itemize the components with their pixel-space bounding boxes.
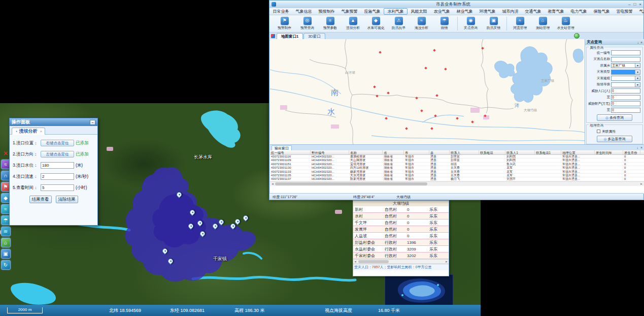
column-header[interactable]: 野外编号 (311, 150, 349, 154)
column-header[interactable]: 联系电话1 (535, 150, 561, 154)
column-header[interactable]: 统一编号 (270, 150, 311, 154)
close-tools-icon[interactable]: ✕ (3, 150, 8, 157)
toolbar-button[interactable]: ▣ 防汛灾情 (482, 17, 505, 30)
unified-no-input[interactable] (611, 50, 640, 55)
table-row[interactable]: 430723001151HCH04302320...宝塔湾滑坡 湖南省常德市澧县… (270, 163, 644, 166)
minimize-icon[interactable]: – (628, 2, 630, 7)
menu-item[interactable]: 预报制作 (315, 8, 338, 15)
vector-map[interactable]: 南 水 涔 大堰垱镇 王家厂镇 白洋湖 (270, 39, 585, 144)
overview-minimap[interactable] (385, 274, 453, 306)
breach-level-input[interactable]: 180 (41, 162, 74, 169)
close-icon[interactable]: × (640, 146, 642, 149)
menu-item[interactable]: 雷电预警 (613, 8, 636, 15)
menu-item[interactable]: 气象预警 (338, 8, 361, 15)
menu-item[interactable]: 电力气象 (567, 8, 590, 15)
breach-direction-button[interactable]: 左键点击定位 (41, 151, 74, 157)
home-tool-icon[interactable]: ⌂ (1, 238, 11, 247)
person-tool-icon[interactable]: ▣ (1, 249, 11, 259)
column-header[interactable]: 市 (404, 150, 429, 154)
village-row[interactable]: 千文坪 自然村 0 乐东 (353, 219, 449, 226)
tab-3d-window[interactable]: 3D窗口 (303, 33, 325, 39)
menu-item[interactable]: 应急气象 (361, 8, 384, 15)
maximize-icon[interactable]: □ (633, 2, 636, 7)
village-row[interactable]: 新村 自然村 0 乐东 (353, 206, 449, 213)
column-header[interactable]: 发生时间年 (595, 150, 623, 154)
globe-refresh-icon[interactable] (574, 33, 580, 39)
menu-item[interactable]: 环境气象 (476, 8, 499, 15)
village-row[interactable]: 永益村委会 行政村 3209 乐东 (353, 246, 449, 252)
menu-item[interactable]: 气象信息 (292, 8, 315, 15)
column-header[interactable]: 名称 (349, 150, 383, 154)
toolbar-button[interactable]: ≈ 河流管理 (509, 17, 531, 30)
disaster-type-select[interactable] (611, 70, 640, 75)
village-row[interactable]: 发展坪 自然村 0 乐东 (353, 226, 449, 233)
toolbar-button[interactable]: ◆ 水库可视化 (364, 17, 387, 30)
table-row[interactable]: 430723001130HCH04302320...四方11组滑坡 湖南省常德市… (270, 166, 644, 170)
toolbar-button[interactable]: ◎ 预警查询 (296, 17, 319, 30)
toolbar-button[interactable]: ☂ 雨情 (433, 17, 456, 30)
operation-panel-titlebar[interactable]: 操作面板 – (10, 118, 97, 126)
toolbar-button[interactable]: ⚑ 预警制作 (273, 17, 296, 30)
view-time-input[interactable]: 5 (41, 184, 74, 191)
village-row[interactable]: 水村 自然村 0 乐东 (353, 213, 449, 219)
table-row[interactable]: 430723001109HCH04302320...大山脚滑坡 湖南省常德市澧县… (270, 159, 644, 162)
column-header[interactable]: 联系电话 (479, 150, 505, 154)
village-hscrollbar[interactable]: ◄► (353, 259, 449, 264)
disaster-scale-select[interactable] (611, 76, 640, 81)
menu-item[interactable]: 城市内涝 (499, 8, 522, 15)
minimize-icon[interactable]: – (90, 120, 95, 125)
close-icon[interactable]: × (639, 2, 641, 7)
table-row[interactable]: 430723001133HCH04302320...杨家湾滑坡 湖南省常德市澧县… (270, 170, 644, 174)
column-header[interactable]: 发生月份 (623, 150, 640, 154)
toolbar-button[interactable]: ▲ 溃坝分析 (342, 17, 364, 30)
township-select[interactable]: 王家厂镇 (611, 63, 640, 68)
breach-position-button[interactable]: 右键点击定位 (41, 140, 74, 146)
menu-item[interactable]: 日常业务 (269, 8, 292, 15)
pin-icon[interactable]: ↓ (636, 146, 638, 149)
point-name-input[interactable] (611, 57, 640, 62)
column-header[interactable]: 联系人1 (505, 150, 535, 154)
table-hscrollbar[interactable]: ◄► (270, 181, 644, 186)
danger-level-select[interactable] (611, 82, 640, 87)
polygon-query-button[interactable]: ◎ 多边形查询 (597, 136, 632, 142)
toolbar-button[interactable]: ⚠ 防汛抗旱 (387, 17, 410, 30)
menu-item[interactable]: 教育气象 (545, 8, 567, 15)
threat-asset-to-input[interactable]: 0 (611, 108, 640, 113)
column-header[interactable]: 省 (383, 150, 404, 154)
tab-dam-break-analysis[interactable]: ◔ 溃坝分析 × (12, 128, 45, 135)
toolbar-button[interactable]: ◉ 灾点查询 (459, 17, 482, 30)
tab-close-icon[interactable]: × (40, 129, 42, 134)
menu-item[interactable]: 水利气象 (384, 8, 408, 15)
clear-result-button[interactable]: 清除结果 (56, 196, 78, 203)
column-header[interactable]: 联系人 (450, 150, 479, 154)
close-icon[interactable]: × (640, 41, 642, 44)
pin-icon[interactable]: ↓ (637, 41, 639, 44)
column-header[interactable]: 地理位置 (561, 150, 595, 154)
menu-item[interactable]: 保险气象 (590, 8, 613, 15)
menu-item[interactable]: 林业气象 (453, 8, 476, 15)
threat-pop-to-input[interactable]: 0 (611, 95, 640, 100)
threat-asset-input[interactable]: 0 (611, 101, 640, 106)
village-row[interactable]: 人益坡 自然村 0 乐东 (353, 233, 449, 239)
threat-pop-input[interactable]: 0 (611, 88, 640, 93)
tab-map-window-1[interactable]: 地图窗口1 (277, 33, 303, 39)
condition-query-button[interactable]: ◎ 条件查询 (597, 114, 632, 121)
village-row[interactable]: 彭益村委会 行政村 1396 乐东 (353, 239, 449, 246)
column-header[interactable]: 县 (429, 150, 450, 154)
breach-velocity-input[interactable]: 2 (41, 173, 74, 180)
village-row[interactable]: 千家村委会 行政村 3202 乐东 (353, 252, 449, 259)
toolbar-button[interactable]: ♨ 水文站管理 (554, 17, 577, 30)
toolbar-button[interactable]: ⌂ 测站管理 (531, 17, 554, 30)
toolbar-button[interactable]: ≈ 淹没分析 (410, 17, 433, 30)
waves-tool-icon[interactable]: ≋ (1, 227, 11, 236)
menu-item[interactable]: 风能太阳 (408, 8, 430, 15)
window-titlebar[interactable]: 市县业务制作系统 – □ × (269, 1, 643, 8)
table-row[interactable]: 430723001135HCH04302320...大水湾滑坡 湖南省常德市澧县… (270, 174, 644, 177)
menu-item[interactable]: 气象指数 (636, 8, 644, 15)
table-row[interactable]: 430723001137HCH04302320...陈家湾滑坡 湖南省常德市澧县… (270, 177, 644, 181)
reset-tool-icon[interactable]: ↻ (1, 260, 11, 270)
menu-item[interactable]: 交通气象 (522, 8, 545, 15)
toolbar-button[interactable]: ≡ 预警参数 (319, 17, 342, 30)
table-row[interactable]: 430723001116HCH04302320...鹿溪峪滑坡 湖南省常德市澧县… (270, 155, 644, 159)
view-result-button[interactable]: 结果查看 (29, 196, 52, 203)
